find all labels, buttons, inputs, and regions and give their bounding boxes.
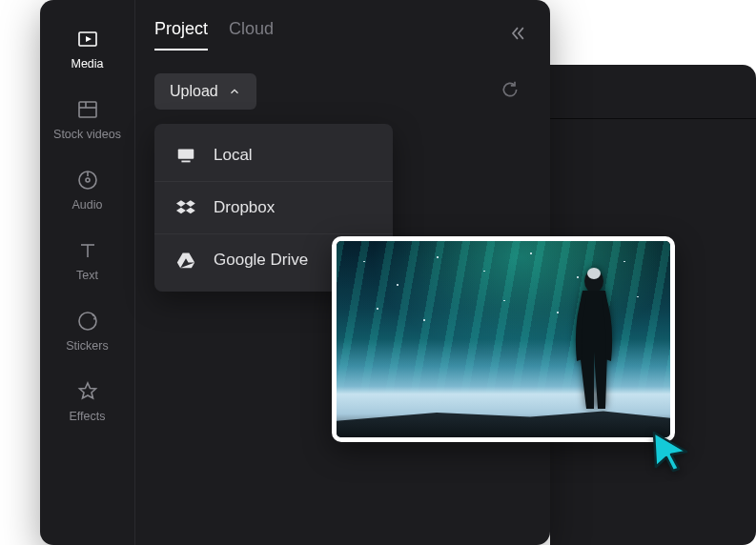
- stock-videos-icon: [75, 97, 100, 122]
- sidebar-item-effects[interactable]: Effects: [40, 372, 134, 431]
- sidebar-item-label: Stock videos: [53, 128, 121, 141]
- upload-option-label: Dropbox: [214, 198, 275, 217]
- tabs: Project Cloud: [154, 19, 274, 50]
- sidebar-item-stickers[interactable]: Stickers: [40, 301, 134, 360]
- sidebar-item-label: Text: [76, 269, 98, 282]
- tabs-row: Project Cloud: [154, 19, 531, 50]
- tab-project[interactable]: Project: [154, 19, 208, 50]
- text-icon: [75, 238, 100, 263]
- collapse-panel-button[interactable]: [504, 20, 531, 50]
- sidebar: Media Stock videos Audio Text Stickers: [40, 0, 135, 545]
- sidebar-item-media[interactable]: Media: [40, 19, 134, 78]
- upload-button-label: Upload: [170, 83, 218, 100]
- svg-point-14: [587, 268, 601, 279]
- sidebar-item-stock-videos[interactable]: Stock videos: [40, 90, 134, 149]
- svg-rect-11: [178, 150, 194, 159]
- upload-option-label: Google Drive: [214, 251, 308, 270]
- sidebar-item-label: Media: [71, 57, 103, 71]
- sidebar-item-label: Effects: [70, 410, 106, 423]
- upload-option-dropbox[interactable]: Dropbox: [154, 181, 393, 233]
- refresh-button[interactable]: [495, 74, 525, 109]
- tab-cloud[interactable]: Cloud: [229, 19, 274, 50]
- sidebar-item-audio[interactable]: Audio: [40, 160, 134, 219]
- local-icon: [175, 145, 196, 166]
- svg-rect-2: [79, 102, 96, 117]
- audio-icon: [75, 168, 100, 192]
- sidebar-item-label: Audio: [72, 198, 103, 212]
- sidebar-item-text[interactable]: Text: [40, 231, 134, 290]
- sidebar-item-label: Stickers: [66, 339, 108, 353]
- media-thumbnail[interactable]: [332, 236, 675, 442]
- svg-marker-1: [86, 36, 92, 42]
- upload-row: Upload: [154, 73, 531, 110]
- secondary-panel-divider: [550, 118, 756, 119]
- media-icon: [75, 27, 100, 51]
- dropbox-icon: [175, 197, 196, 218]
- svg-rect-12: [181, 161, 190, 163]
- effects-icon: [75, 379, 100, 404]
- thumbnail-image: [337, 241, 670, 437]
- svg-point-6: [86, 178, 90, 182]
- upload-button[interactable]: Upload: [154, 73, 256, 110]
- stickers-icon: [75, 309, 100, 333]
- cursor-pointer-icon: [648, 429, 692, 473]
- google-drive-icon: [175, 250, 196, 271]
- upload-option-local[interactable]: Local: [154, 130, 393, 181]
- upload-option-label: Local: [214, 146, 253, 165]
- chevron-up-icon: [228, 85, 241, 98]
